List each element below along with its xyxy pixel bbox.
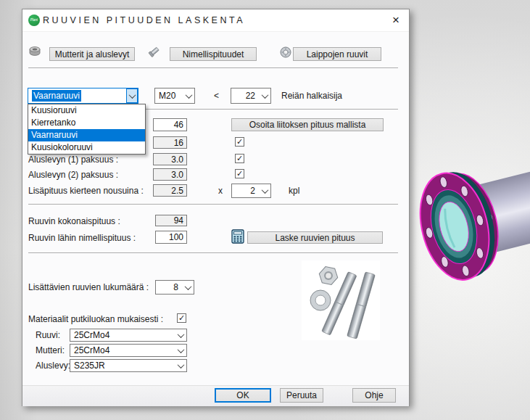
screw-material-label: Ruuvi: xyxy=(36,330,60,340)
flange-screws-button[interactable]: Laippojen ruuvit xyxy=(293,47,381,61)
total-length-label: Ruuvin kokonaispituus : xyxy=(28,216,120,226)
screw-type-dropdown-list: Kuusioruuvi Kierretanko Vaarnaruuvi Kuus… xyxy=(28,104,146,155)
dialog-footer: OK Peruuta Ohje xyxy=(22,385,409,406)
screw-type-value: Vaarnaruuvi xyxy=(32,90,81,102)
title-bar: Plant RUUVIEN PITUUDEN LASKENTA × xyxy=(22,9,409,32)
materials-header-label: Materiaalit putkiluokan mukaisesti : xyxy=(28,314,163,324)
washer-material-label: Aluslevy: xyxy=(36,361,70,371)
cancel-button[interactable]: Peruuta xyxy=(280,388,323,403)
nut-material-label: Mutteri: xyxy=(36,345,65,355)
chevron-down-icon[interactable] xyxy=(183,88,194,103)
dropdown-option-selected[interactable]: Vaarnaruuvi xyxy=(28,129,145,141)
washer2-checkbox[interactable]: ✓ xyxy=(235,169,244,178)
app-logo-icon: Plant xyxy=(28,15,40,26)
washer2-label: Aluslevyn (2) paksuus : xyxy=(28,170,118,180)
separator xyxy=(28,204,398,205)
washer1-label: Aluslevyn (1) paksuus : xyxy=(28,155,118,165)
calculator-icon xyxy=(231,229,244,244)
separator xyxy=(28,252,398,253)
chevron-down-icon[interactable] xyxy=(175,360,186,371)
dialog-title: RUUVIEN PITUUDEN LASKENTA xyxy=(43,15,245,25)
screw-size-combo[interactable]: M20 xyxy=(154,88,195,104)
washer1-checkbox[interactable]: ✓ xyxy=(235,154,244,163)
added-screws-combo[interactable]: 8 xyxy=(155,280,194,295)
separator xyxy=(28,67,398,68)
screw-icon xyxy=(147,44,162,59)
calculate-length-button[interactable]: Laske ruuvien pituus xyxy=(247,231,383,244)
washer-icon xyxy=(279,46,292,59)
close-icon[interactable]: × xyxy=(387,12,405,28)
total-length-value: 94 xyxy=(155,215,187,226)
pitch-count-combo[interactable]: 2 xyxy=(231,184,271,198)
hole-diameter-label: Reiän halkaisija xyxy=(281,91,342,101)
washer2-value: 3.0 xyxy=(153,168,187,181)
materials-checkbox[interactable]: ✓ xyxy=(177,313,186,323)
chevron-down-icon[interactable] xyxy=(259,184,270,197)
screw-type-combo[interactable]: Vaarnaruuvi xyxy=(28,88,138,104)
screw-material-combo[interactable]: 25CrMo4 xyxy=(70,329,187,342)
times-label: x xyxy=(218,186,223,196)
nominal-lengths-button[interactable]: Nimellispituudet xyxy=(170,47,257,61)
cad-flange-model[interactable] xyxy=(417,167,530,287)
unit-label: kpl xyxy=(289,186,299,196)
dropdown-option[interactable]: Kuusioruuvi xyxy=(28,104,145,117)
chevron-down-icon[interactable] xyxy=(259,88,270,103)
chevron-down-icon[interactable] xyxy=(182,281,194,294)
cad-viewport xyxy=(417,167,530,287)
screw-length-dialog: Plant RUUVIEN PITUUDEN LASKENTA × Mutter… xyxy=(22,9,410,406)
pick-joint-length-button[interactable]: Osoita liitoksen pituus mallista xyxy=(231,118,384,131)
help-button[interactable]: Ohje xyxy=(352,388,396,403)
nut-height-value: 16 xyxy=(153,136,187,149)
nominal-length-label: Ruuvin lähin nimellispituus : xyxy=(28,233,136,243)
nut-icon xyxy=(28,45,41,58)
nut-checkbox[interactable]: ✓ xyxy=(235,137,244,147)
comparator-label: < xyxy=(214,91,219,101)
joint-length-input[interactable] xyxy=(153,118,187,131)
extra-pitch-value: 2.5 xyxy=(153,184,187,197)
extra-pitch-label: Lisäpituus kierteen nousuina : xyxy=(28,186,144,196)
nut-material-combo[interactable]: 25CrMo4 xyxy=(70,344,187,357)
stud-bolt-photo xyxy=(302,260,380,340)
washer1-value: 3.0 xyxy=(153,153,187,165)
hole-diameter-combo[interactable]: 22 xyxy=(231,88,271,104)
dropdown-option[interactable]: Kuusiokoloruuvi xyxy=(28,141,145,154)
nuts-washers-button[interactable]: Mutterit ja aluslevyt xyxy=(49,47,135,61)
nominal-length-input[interactable] xyxy=(155,231,187,244)
chevron-down-icon[interactable] xyxy=(126,88,138,103)
dropdown-option[interactable]: Kierretanko xyxy=(28,117,145,129)
chevron-down-icon[interactable] xyxy=(175,329,186,341)
chevron-down-icon[interactable] xyxy=(175,345,186,356)
washer-material-combo[interactable]: S235JR xyxy=(70,359,187,372)
ok-button[interactable]: OK xyxy=(215,388,271,403)
added-screws-label: Lisättävien ruuvien lukumäärä : xyxy=(28,282,149,292)
